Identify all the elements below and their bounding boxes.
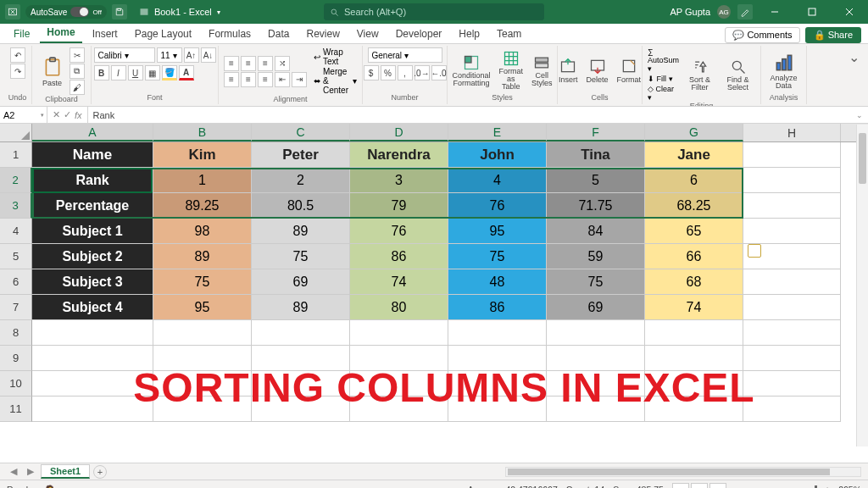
cell-F4[interactable]: 84: [547, 219, 645, 244]
cell-F3[interactable]: 71.75: [547, 193, 645, 219]
cell-B7[interactable]: 95: [153, 295, 252, 320]
align-right-button[interactable]: ≡: [258, 72, 273, 87]
draw-icon[interactable]: [737, 4, 753, 19]
shrink-font-button[interactable]: A↓: [201, 47, 216, 63]
enter-formula-icon[interactable]: ✓: [64, 109, 71, 120]
grow-font-button[interactable]: A↑: [184, 47, 199, 63]
cell-F1[interactable]: Tina: [547, 142, 645, 168]
cell-H11[interactable]: [743, 396, 841, 422]
currency-button[interactable]: $: [364, 65, 379, 80]
cell-D6[interactable]: 74: [350, 269, 448, 295]
autosave-toggle[interactable]: AutoSave Off: [25, 5, 107, 19]
cell-C1[interactable]: Peter: [252, 142, 350, 168]
format-cells-button[interactable]: Format: [615, 57, 644, 85]
cell-F9[interactable]: [547, 346, 645, 371]
align-bottom-button[interactable]: ≡: [258, 56, 273, 71]
zoom-out-button[interactable]: −: [735, 485, 740, 489]
formula-bar[interactable]: Rank ⌄: [88, 107, 868, 123]
cell-H2[interactable]: [743, 168, 841, 193]
view-normal-button[interactable]: [672, 483, 689, 489]
cell-H10[interactable]: [743, 371, 841, 396]
cell-D4[interactable]: 76: [350, 219, 448, 244]
share-button[interactable]: 🔒 Share: [805, 27, 861, 43]
column-header-G[interactable]: G: [645, 124, 743, 141]
column-header-F[interactable]: F: [547, 124, 645, 141]
cell-G3[interactable]: 68.25: [645, 193, 743, 219]
cell-F11[interactable]: [547, 396, 645, 422]
cell-B1[interactable]: Kim: [153, 142, 252, 168]
cell-F7[interactable]: 69: [547, 295, 645, 320]
cell-H8[interactable]: [743, 320, 841, 346]
cell-B10[interactable]: [153, 371, 252, 396]
format-painter-button[interactable]: 🖌: [70, 80, 85, 95]
row-header-10[interactable]: 10: [0, 371, 32, 396]
cell-B2[interactable]: 1: [153, 168, 252, 193]
maximize-button[interactable]: [797, 2, 827, 22]
paste-button[interactable]: Paste: [39, 55, 66, 88]
fill-button[interactable]: ⬇ Fill ▾: [648, 75, 679, 83]
cell-B4[interactable]: 98: [153, 219, 252, 244]
cell-F2[interactable]: 5: [547, 168, 645, 193]
column-header-A[interactable]: A: [32, 124, 153, 141]
row-header-4[interactable]: 4: [0, 219, 32, 244]
number-format-select[interactable]: General ▾: [368, 47, 442, 63]
cell-D8[interactable]: [350, 320, 448, 346]
name-box[interactable]: A2▾: [0, 107, 47, 123]
cell-E9[interactable]: [448, 346, 547, 371]
cell-G9[interactable]: [645, 346, 743, 371]
cell-D11[interactable]: [350, 396, 448, 422]
cell-H1[interactable]: [743, 142, 841, 168]
indent-dec-button[interactable]: ⇤: [275, 72, 290, 87]
cell-G1[interactable]: Jane: [645, 142, 743, 168]
row-header-11[interactable]: 11: [0, 396, 32, 422]
font-color-button[interactable]: A: [179, 65, 194, 80]
format-as-table-button[interactable]: Format as Table: [497, 49, 526, 92]
cell-C6[interactable]: 69: [252, 269, 350, 295]
cell-E10[interactable]: [448, 371, 547, 396]
indent-inc-button[interactable]: ⇥: [292, 72, 307, 87]
cell-B8[interactable]: [153, 320, 252, 346]
wrap-text-button[interactable]: ↩ Wrap Text: [314, 47, 357, 66]
find-select-button[interactable]: Find & Select: [721, 58, 755, 92]
row-header-8[interactable]: 8: [0, 320, 32, 346]
zoom-level[interactable]: 265%: [838, 485, 861, 489]
sheet-nav-prev[interactable]: ◀: [7, 466, 20, 477]
cell-styles-button[interactable]: Cell Styles: [529, 53, 555, 88]
cell-A4[interactable]: Subject 1: [32, 219, 153, 244]
cell-G8[interactable]: [645, 320, 743, 346]
column-header-C[interactable]: C: [252, 124, 350, 141]
cell-A11[interactable]: [32, 396, 153, 422]
copy-button[interactable]: ⧉: [70, 64, 85, 79]
tab-review[interactable]: Review: [299, 25, 346, 43]
save-icon[interactable]: [112, 4, 127, 19]
underline-button[interactable]: U: [128, 65, 143, 80]
view-page-break-button[interactable]: [709, 483, 726, 489]
user-avatar[interactable]: AG: [717, 5, 731, 19]
select-all-corner[interactable]: [0, 124, 32, 141]
sort-filter-button[interactable]: Sort & Filter: [684, 58, 715, 92]
tab-developer[interactable]: Developer: [389, 25, 449, 43]
align-left-button[interactable]: ≡: [224, 72, 239, 87]
fx-icon[interactable]: fx: [75, 110, 82, 120]
tab-help[interactable]: Help: [452, 25, 487, 43]
cell-A5[interactable]: Subject 2: [32, 244, 153, 269]
row-header-3[interactable]: 3: [0, 193, 32, 219]
search-input[interactable]: Search (Alt+Q): [324, 3, 544, 20]
cell-C2[interactable]: 2: [252, 168, 350, 193]
comments-button[interactable]: 💬 Comments: [725, 27, 799, 43]
dec-decimal-button[interactable]: ←.0: [431, 65, 447, 80]
orientation-button[interactable]: ⤭: [275, 56, 290, 71]
tab-home[interactable]: Home: [40, 23, 81, 43]
sheet-tab-sheet1[interactable]: Sheet1: [41, 464, 90, 479]
cell-C5[interactable]: 75: [252, 244, 350, 269]
font-name-select[interactable]: Calibri ▾: [94, 47, 155, 63]
row-header-7[interactable]: 7: [0, 295, 32, 320]
zoom-in-button[interactable]: +: [825, 485, 830, 489]
tab-team[interactable]: Team: [490, 25, 528, 43]
clear-button[interactable]: ◇ Clear ▾: [648, 85, 679, 102]
cell-G5[interactable]: 66: [645, 244, 743, 269]
tab-file[interactable]: File: [7, 25, 36, 43]
cell-H6[interactable]: [743, 269, 841, 295]
column-header-H[interactable]: H: [743, 124, 841, 141]
font-size-select[interactable]: 11 ▾: [157, 47, 182, 63]
